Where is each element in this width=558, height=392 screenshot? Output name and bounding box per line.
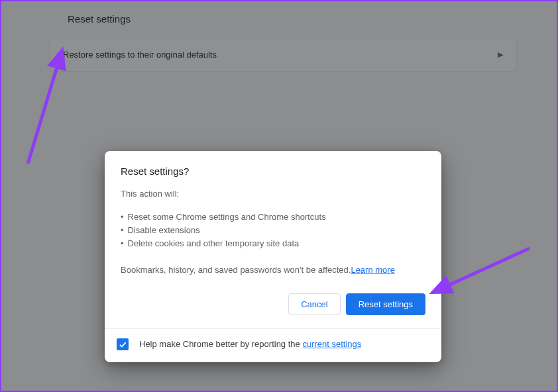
bullet-item: Delete cookies and other temporary site … bbox=[121, 237, 425, 250]
dialog-bullet-list: Reset some Chrome settings and Chrome sh… bbox=[121, 211, 425, 250]
dialog-footer: Help make Chrome better by reporting the… bbox=[105, 328, 441, 362]
bullet-item: Reset some Chrome settings and Chrome sh… bbox=[121, 211, 425, 224]
dialog-intro: This action will: bbox=[121, 189, 425, 199]
footer-text: Help make Chrome better by reporting the… bbox=[139, 339, 361, 349]
dialog-note: Bookmarks, history, and saved passwords … bbox=[121, 264, 425, 277]
bullet-item: Disable extensions bbox=[121, 224, 425, 237]
reset-settings-dialog: Reset settings? This action will: Reset … bbox=[105, 151, 441, 362]
reset-settings-button[interactable]: Reset settings bbox=[346, 293, 425, 315]
dialog-title: Reset settings? bbox=[121, 166, 425, 177]
check-icon bbox=[118, 340, 127, 349]
report-checkbox[interactable] bbox=[117, 338, 129, 350]
cancel-button[interactable]: Cancel bbox=[288, 293, 340, 315]
current-settings-link[interactable]: current settings bbox=[302, 339, 361, 349]
learn-more-link[interactable]: Learn more bbox=[351, 265, 394, 275]
